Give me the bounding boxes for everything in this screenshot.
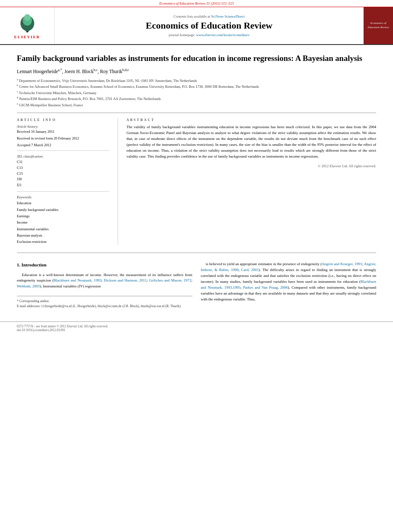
jel-c15: C15	[17, 171, 109, 177]
sciverse-link: Contents lists available at SciVerse Sci…	[174, 14, 245, 18]
revised-date: Received in revised form 20 February 201…	[17, 136, 109, 140]
article-info-col: ARTICLE INFO Article history: Received 1…	[17, 118, 109, 245]
ref-webbink[interactable]: Webbink, 2005	[17, 284, 40, 288]
journal-cover-text: Economics of Education Review	[366, 21, 391, 30]
info-divider-2	[17, 191, 109, 192]
affiliation-d: d Panteia/EIM Business and Policy Resear…	[17, 95, 376, 102]
ref-blackburn-1993[interactable]: Blackburn and Neumark, 1993	[53, 278, 101, 282]
jel-codes: C11 C13 C15 J30 I21	[17, 159, 109, 188]
ref-blackburn-1993b[interactable]: Blackburn and Neumark, 1993,1995	[201, 279, 376, 290]
info-divider-1	[17, 150, 109, 151]
keywords-label: Keywords:	[17, 195, 109, 199]
journal-cover-thumbnail: Economics of Education Review	[364, 7, 393, 44]
ref-angrist-1991[interactable]: Angrist and Krueger, 1991	[322, 262, 362, 266]
body-col-left: 1. Introduction Education is a well-know…	[17, 261, 193, 309]
keyword-4: Income	[17, 219, 109, 226]
footnote-area: * Corresponding author. E-mail addresses…	[17, 296, 193, 309]
ref-dickson[interactable]: Dickson and Harmon, 2011	[104, 278, 147, 282]
affiliation-b: b Centre for Advanced Small Business Eco…	[17, 83, 376, 90]
affiliations: a Department of Econometrics, Vrije Univ…	[17, 77, 376, 108]
received-date: Received 16 January 2011	[17, 129, 109, 134]
abstract-section-label: ABSTRACT	[127, 118, 376, 122]
svg-point-3	[24, 14, 30, 21]
journal-homepage: journal homepage: www.elsevier.com/locat…	[169, 33, 250, 37]
svg-rect-4	[26, 31, 28, 32]
jel-c11: C11	[17, 159, 109, 165]
background-word: background	[254, 279, 272, 284]
ref-griliches[interactable]: Griliches and Mason, 1972	[149, 278, 191, 282]
accepted-date: Accepted 7 March 2012	[17, 143, 109, 147]
keyword-2: Family background variables	[17, 207, 109, 213]
keyword-5: Instrumental variables	[17, 226, 109, 232]
affiliation-a: a Department of Econometrics, Vrije Univ…	[17, 77, 376, 84]
divider-2	[17, 253, 376, 253]
abstract-col: ABSTRACT The validity of family backgrou…	[127, 118, 376, 245]
body-section-introduction: 1. Introduction Education is a well-know…	[17, 261, 376, 309]
divider-1	[17, 113, 376, 113]
jel-j30: J30	[17, 176, 109, 182]
homepage-link[interactable]: www.elsevier.com/locate/econedurev	[196, 33, 250, 37]
ref-card[interactable]: Card, 2001	[241, 268, 259, 272]
intro-para-right: is believed to yield an appropriate esti…	[201, 261, 377, 303]
author-hoogerheide: Lennart Hoogerheide	[17, 69, 58, 74]
footer-doi: doi:10.1016/j.econedurev.2012.03.001	[17, 328, 376, 332]
footnote-star: * Corresponding author.	[17, 299, 193, 304]
author-thurik: Roy Thurik	[100, 69, 122, 74]
jel-label: JEL classification:	[17, 154, 109, 158]
keywords-list: Education Family background variables Ea…	[17, 200, 109, 245]
footer-bar: 0272-7757/$ – see front matter © 2012 El…	[0, 321, 393, 334]
sciverse-link-anchor[interactable]: SciVerse ScienceDirect	[211, 14, 245, 18]
keyword-1: Education	[17, 200, 109, 206]
article-title: Family background variables as instrumen…	[17, 53, 376, 64]
journal-header-bar: Economics of Education Review 31 (2012) …	[0, 0, 393, 7]
col-divider	[118, 118, 118, 245]
journal-title-banner: Economics of Education Review	[146, 20, 272, 31]
keyword-3: Earnings	[17, 213, 109, 219]
jel-c13: C13	[17, 165, 109, 171]
banner-center: Contents lists available at SciVerse Sci…	[55, 7, 364, 44]
article-info-row: ARTICLE INFO Article history: Received 1…	[17, 118, 376, 245]
jel-i21: I21	[17, 182, 109, 188]
journal-citation: Economics of Education Review 31 (2012) …	[159, 1, 234, 5]
keyword-7: Exclusion restriction	[17, 239, 109, 245]
keyword-6: Bayesian analysis	[17, 232, 109, 239]
elsevier-logo-area: ELSEVIER	[0, 7, 55, 44]
elsevier-tree-icon	[15, 13, 40, 34]
article-info-section-label: ARTICLE INFO	[17, 118, 109, 122]
elsevier-wordmark: ELSEVIER	[14, 35, 40, 39]
copyright-line: © 2012 Elsevier Ltd. All rights reserved…	[127, 164, 376, 168]
two-col-body: 1. Introduction Education is a well-know…	[17, 261, 376, 309]
main-content: Family background variables as instrumen…	[0, 45, 393, 317]
section-heading-introduction: 1. Introduction	[17, 261, 193, 269]
footnote-email: E-mail addresses: l.f.hoogerheide@vu.nl …	[17, 304, 193, 309]
abstract-text: The validity of family background variab…	[127, 124, 376, 160]
author-block: Joern H. Block	[64, 69, 93, 74]
affiliation-c: c Technische Universität München, Münche…	[17, 90, 376, 96]
ref-parker[interactable]: Parker and Van Praag, 2006	[243, 285, 287, 290]
footer-issn: 0272-7757/$ – see front matter © 2012 El…	[17, 324, 376, 328]
authors-line: Lennart Hoogerheidea,*, Joern H. Blockb,…	[17, 68, 376, 74]
article-history-label: Article history:	[17, 124, 109, 129]
affiliation-e: e GSCM-Montpellier Business School, Fran…	[17, 102, 376, 108]
intro-para-left: Education is a well-known determinant of…	[17, 272, 193, 290]
elsevier-banner: ELSEVIER Contents lists available at Sci…	[0, 7, 393, 45]
body-col-right: is believed to yield an appropriate esti…	[201, 261, 377, 309]
